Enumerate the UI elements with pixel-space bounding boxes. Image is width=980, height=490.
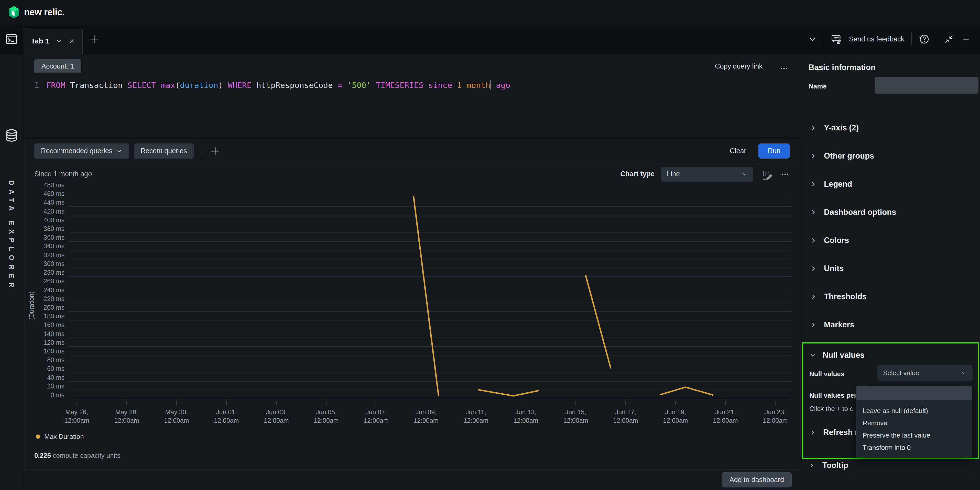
chevron-right-icon: [808, 462, 815, 469]
query-builder-rail-button[interactable]: [0, 25, 23, 54]
help-icon[interactable]: [919, 34, 930, 44]
feedback-label[interactable]: Send us feedback: [849, 35, 904, 43]
svg-text:Jun 11,: Jun 11,: [466, 408, 486, 415]
chevron-right-icon: [810, 265, 817, 272]
database-icon[interactable]: [3, 128, 19, 144]
bottom-action-bar: Add to dashboard: [23, 469, 801, 490]
svg-text:120 ms: 120 ms: [43, 339, 64, 346]
close-tab-icon[interactable]: [68, 38, 75, 44]
chevron-right-icon: [810, 153, 817, 159]
chevron-right-icon: [810, 125, 817, 131]
name-input[interactable]: [875, 77, 978, 94]
add-query-icon[interactable]: [210, 146, 220, 156]
new-tab-button[interactable]: [83, 25, 106, 54]
null-values-section-header[interactable]: Null values: [809, 350, 865, 360]
basic-information-title: Basic information: [808, 63, 876, 72]
section-dashboard-options[interactable]: Dashboard options: [802, 198, 980, 226]
null-values-select-value: Select value: [883, 369, 920, 377]
recommended-queries-button[interactable]: Recommended queries: [34, 143, 129, 159]
account-chip[interactable]: Account: 1: [34, 59, 81, 73]
name-label: Name: [808, 82, 827, 90]
menu-option-leave-as-null-default[interactable]: Leave as null (default): [856, 404, 972, 417]
chart-header: Since 1 month ago Chart type Line: [23, 164, 801, 184]
section-label: Units: [824, 264, 844, 273]
timeseries-chart[interactable]: 480 ms460 ms440 ms420 ms400 ms380 ms360 …: [25, 183, 798, 431]
svg-text:480 ms: 480 ms: [43, 183, 64, 189]
data-explorer-vertical-label[interactable]: DATA EXPLORER: [8, 180, 15, 291]
menu-option-empty[interactable]: [856, 386, 972, 400]
svg-text:12:00am: 12:00am: [314, 417, 339, 424]
customize-chart-icon[interactable]: [762, 168, 773, 180]
chevron-down-icon[interactable]: [56, 38, 62, 44]
svg-text:360 ms: 360 ms: [43, 234, 64, 241]
null-values-select[interactable]: Select value: [877, 365, 972, 381]
nrql-query-text: FROM Transaction SELECT max(duration) WH…: [46, 80, 511, 90]
svg-text:12:00am: 12:00am: [713, 417, 738, 424]
divider: [937, 33, 937, 45]
null-values-per-series-label: Null values per: [809, 392, 857, 400]
chevron-down-icon[interactable]: [809, 35, 816, 43]
capacity-label: compute capacity units: [51, 452, 121, 459]
section-tooltip[interactable]: Tooltip: [808, 461, 848, 470]
clear-button[interactable]: Clear: [730, 147, 746, 155]
svg-text:260 ms: 260 ms: [43, 278, 64, 285]
chart-type-value: Line: [667, 170, 680, 178]
svg-text:May 30,: May 30,: [165, 408, 188, 415]
section-markers[interactable]: Markers: [802, 311, 980, 339]
section-thresholds[interactable]: Thresholds: [802, 282, 980, 311]
copy-query-link[interactable]: Copy query link: [715, 62, 762, 70]
svg-text:180 ms: 180 ms: [43, 312, 64, 320]
chevron-right-icon: [810, 209, 817, 216]
section-legend[interactable]: Legend: [802, 170, 980, 198]
nrql-query-line[interactable]: 1 FROM Transaction SELECT max(duration) …: [34, 80, 510, 90]
app-window: new relic. Tab 1: [0, 0, 980, 490]
legend-series-label: Max Duration: [44, 433, 84, 441]
legend-series-dot: [36, 434, 40, 439]
tab-1[interactable]: Tab 1: [23, 28, 83, 54]
chevron-right-icon: [810, 293, 817, 300]
recent-queries-button[interactable]: Recent queries: [134, 143, 194, 159]
svg-text:Jun 13,: Jun 13,: [515, 408, 536, 415]
svg-text:May 26,: May 26,: [65, 408, 88, 415]
svg-text:12:00am: 12:00am: [164, 417, 189, 424]
svg-text:320 ms: 320 ms: [43, 251, 64, 258]
add-to-dashboard-button[interactable]: Add to dashboard: [722, 473, 792, 487]
top-brand-bar: new relic.: [0, 0, 980, 25]
collapse-window-icon[interactable]: [944, 34, 954, 44]
svg-text:12:00am: 12:00am: [114, 417, 139, 424]
svg-text:400 ms: 400 ms: [43, 216, 64, 224]
section-colors[interactable]: Colors: [802, 226, 980, 254]
svg-text:Jun 03,: Jun 03,: [266, 408, 287, 415]
svg-text:420 ms: 420 ms: [43, 208, 64, 215]
svg-text:Jun 21,: Jun 21,: [715, 408, 736, 415]
menu-option-remove[interactable]: Remove: [856, 417, 972, 429]
main-column: Account: 1 Copy query link 1 FROM Transa…: [23, 54, 801, 490]
svg-text:12:00am: 12:00am: [463, 417, 488, 424]
section-label: Dashboard options: [824, 208, 896, 217]
svg-text:12:00am: 12:00am: [264, 417, 289, 424]
run-button[interactable]: Run: [759, 143, 790, 159]
minimize-icon[interactable]: [961, 34, 971, 44]
capacity-value: 0.225: [34, 452, 51, 459]
recent-queries-label: Recent queries: [140, 147, 187, 155]
menu-option-preserve-the-last-value[interactable]: Preserve the last value: [856, 429, 972, 441]
line-number: 1: [34, 81, 39, 90]
svg-text:Jun 15,: Jun 15,: [565, 408, 586, 415]
svg-text:20 ms: 20 ms: [47, 382, 64, 390]
chart-legend[interactable]: Max Duration: [36, 433, 84, 441]
svg-text:12:00am: 12:00am: [763, 417, 788, 424]
section-other-groups[interactable]: Other groups: [802, 142, 980, 170]
section-units[interactable]: Units: [802, 254, 980, 282]
null-values-hint: Click the + to c: [809, 405, 853, 413]
svg-text:May 28,: May 28,: [115, 408, 138, 415]
tooltip-label: Tooltip: [822, 461, 848, 470]
terminal-icon: [5, 32, 18, 46]
query-more-icon[interactable]: [780, 64, 789, 73]
svg-text:12:00am: 12:00am: [563, 417, 588, 424]
chart-type-select[interactable]: Line: [661, 167, 753, 182]
svg-text:Jun 17,: Jun 17,: [615, 408, 636, 415]
section-y-axis-2[interactable]: Y-axis (2): [802, 114, 980, 142]
menu-option-transform-into-0[interactable]: Transform into 0: [856, 441, 972, 454]
chevron-right-icon: [810, 322, 817, 328]
chart-more-icon[interactable]: [780, 170, 790, 179]
